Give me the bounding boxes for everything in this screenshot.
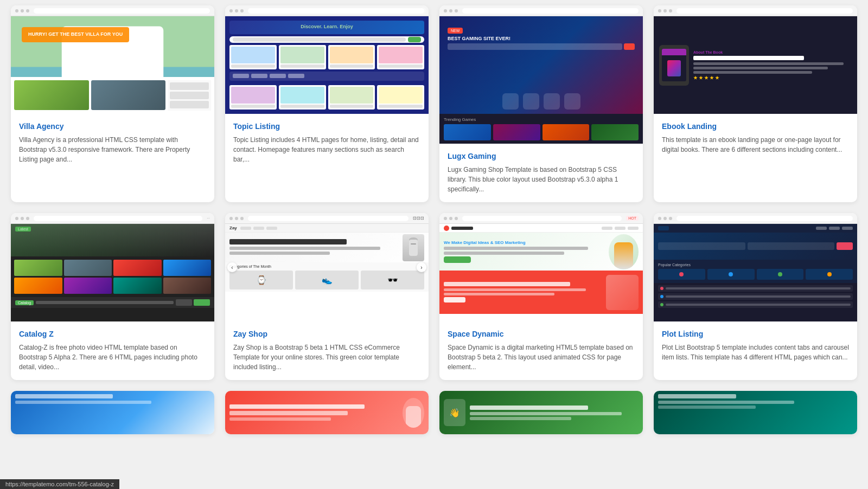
card-plot-listing: Popular Categories: [654, 213, 857, 380]
topic-card-label-2: [280, 65, 324, 68]
topic-listing-title[interactable]: Topic Listing: [233, 122, 420, 131]
zay-shop-desc: Zay Shop is a Bootstrap 5 beta 1 HTML CS…: [233, 343, 420, 372]
bottom-person-img: [403, 398, 424, 428]
topic-card-8: [377, 85, 424, 110]
catalogz-footer-badge: Catalog: [15, 300, 34, 305]
bottom-card-1-content: [11, 391, 214, 434]
bottom-red-text: [229, 404, 398, 421]
villa-agency-title[interactable]: Villa Agency: [19, 122, 206, 131]
plotlist-cat-2: [707, 269, 755, 280]
lugx-icon-1: [502, 93, 519, 110]
bottom-line-a2: [15, 401, 151, 404]
spacedyn-cta-btn[interactable]: [444, 256, 471, 263]
card-ebook-landing: About The Book: [654, 5, 857, 202]
villa-hero: HURRY! GET THE BEST VILLA FOR YOU: [11, 16, 214, 77]
browser-dot-3: [26, 9, 29, 12]
topic-browse-topics: [229, 72, 424, 81]
topic-card-label-4: [379, 65, 423, 68]
topic-card-2: [279, 45, 326, 69]
spacedyn-banner-img: [606, 275, 639, 310]
ebook-rating: [693, 76, 852, 80]
bottom-card-2-content: [225, 391, 429, 434]
zay-shop-preview[interactable]: ‹ › ⊡⊡⊡ Zay: [225, 213, 429, 321]
browser-dot-3: [455, 9, 458, 12]
spacedyn-nav: [439, 224, 643, 233]
topic-listing-preview[interactable]: ✕ Discover. Learn. Enjoy: [225, 5, 429, 114]
bottom-card-1[interactable]: [11, 391, 214, 434]
browser-dot-2: [235, 217, 238, 220]
browser-dot-1: [658, 9, 661, 12]
card-villa-agency: HURRY! GET THE BEST VILLA FOR YOU Villa …: [11, 5, 214, 202]
catalog-z-preview[interactable]: ··· Latest: [11, 213, 214, 321]
lugx-content: NEW BEST GAMING SITE EVER!: [439, 16, 643, 114]
browser-url: [34, 8, 210, 14]
ebook-landing-preview[interactable]: About The Book: [654, 5, 857, 114]
villa-agency-preview[interactable]: HURRY! GET THE BEST VILLA FOR YOU: [11, 5, 214, 114]
plotlist-hero: [654, 233, 857, 260]
spacedyn-nav-items: [602, 227, 639, 230]
spacedyn-red-banner: [439, 271, 643, 314]
plotlist-item-2: [658, 293, 853, 300]
zay-shop-title[interactable]: Zay Shop: [233, 330, 420, 338]
ebook-landing-title[interactable]: Ebook Landing: [662, 122, 849, 131]
zayshop-nav-bar: Zay: [225, 224, 429, 233]
villa-thumb-2: [91, 80, 166, 110]
space-dynamic-preview[interactable]: HOT We Make Digital Ideas: [439, 213, 643, 321]
ebook-3d-object: [667, 60, 681, 76]
catalogz-content: Latest Catalog: [11, 224, 214, 321]
browser-url-spacedyn: [462, 216, 622, 221]
lugx-gaming-preview[interactable]: NEW BEST GAMING SITE EVER!: [439, 5, 643, 114]
spacedyn-nav-2: [615, 227, 626, 230]
browser-dot-1: [444, 9, 447, 12]
browser-dot-2: [21, 9, 24, 12]
spacedyn-banner-btn[interactable]: [444, 297, 465, 303]
card-space-dynamic: HOT We Make Digital Ideas: [439, 213, 643, 380]
catalog-z-title[interactable]: Catalog Z: [19, 330, 206, 338]
spacedyn-banner-title: [444, 282, 570, 286]
plotlist-cat-dot-1: [679, 272, 684, 276]
topic-card-img-3: [330, 47, 374, 63]
zayshop-cat-watch: ⌚: [229, 271, 293, 289]
bottom-teal-content: [654, 391, 857, 412]
browser-dot-2: [663, 9, 667, 12]
catalog-z-desc: Catalog-Z is free photo video HTML templ…: [19, 343, 206, 372]
browser-dot-3: [669, 217, 672, 220]
plotlist-search-btn[interactable]: [837, 242, 853, 250]
bottom-green-text: [470, 406, 639, 420]
plotlist-nav: [654, 224, 857, 233]
bottom-card-2[interactable]: [225, 391, 429, 434]
plot-listing-preview[interactable]: Popular Categories: [654, 213, 857, 321]
carousel-right-arrow[interactable]: ›: [417, 262, 426, 272]
villa-agency-desc: Villa Agency is a professional HTML CSS …: [19, 135, 206, 164]
topic-card-label-3: [330, 65, 374, 68]
lugx-site-title: BEST GAMING SITE EVER!: [448, 36, 635, 41]
spacedyn-banner-sub-1: [444, 288, 586, 291]
bottom-card-3[interactable]: 👋: [439, 391, 643, 434]
topic-search-bar-container[interactable]: [229, 36, 424, 43]
carousel-left-arrow[interactable]: ‹: [227, 262, 237, 272]
topic-card-img-5: [231, 87, 275, 104]
lugx-gaming-title[interactable]: Lugx Gaming: [448, 152, 635, 160]
catalogz-photo-1: [14, 260, 62, 276]
game-thumb-3: [542, 124, 590, 140]
bottom-card-3-content: 👋: [439, 391, 643, 434]
space-dynamic-title[interactable]: Space Dynamic: [448, 330, 635, 338]
plot-listing-title[interactable]: Plot Listing: [662, 330, 849, 338]
zayshop-categories-row: ⌚ 👟 🕶️: [229, 271, 424, 289]
browser-url-topic: [248, 8, 424, 14]
bottom-green-icon: 👋: [444, 399, 465, 426]
catalogz-photo-4: [163, 260, 212, 276]
browser-dot-3: [455, 217, 458, 220]
topic-card-label-1: [231, 65, 275, 68]
space-dynamic-info: Space Dynamic Space Dynamic is a digital…: [439, 321, 643, 380]
plot-listing-desc: Plot List Bootstrap 5 template includes …: [662, 343, 849, 362]
lugx-overlay: NEW BEST GAMING SITE EVER!: [448, 24, 635, 50]
villa-side-item-1: [170, 82, 209, 90]
browser-bar-ebook: [654, 5, 857, 16]
bottom-card-4[interactable]: [654, 391, 857, 434]
ebook-landing-info: Ebook Landing This template is an ebook …: [654, 114, 857, 163]
catalogz-hero: Latest: [11, 224, 214, 256]
spacedyn-person-img: [609, 234, 639, 269]
browser-dot-3: [26, 217, 29, 220]
topic-search-button: [408, 37, 421, 42]
